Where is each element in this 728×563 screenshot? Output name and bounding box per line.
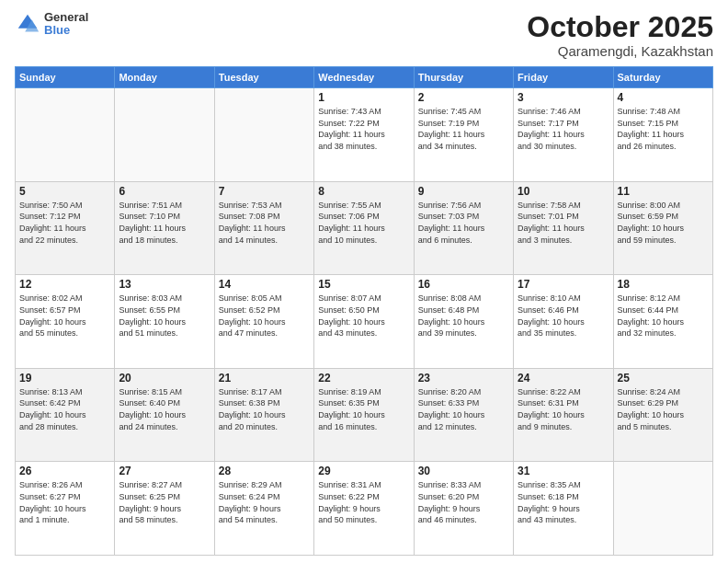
day-info: Sunrise: 8:20 AM Sunset: 6:33 PM Dayligh… — [418, 386, 509, 432]
table-row: 8Sunrise: 7:55 AM Sunset: 7:06 PM Daylig… — [314, 181, 414, 275]
day-number: 1 — [318, 91, 409, 104]
day-info: Sunrise: 7:45 AM Sunset: 7:19 PM Dayligh… — [418, 106, 509, 152]
table-row: 20Sunrise: 8:15 AM Sunset: 6:40 PM Dayli… — [115, 368, 214, 462]
table-row: 1Sunrise: 7:43 AM Sunset: 7:22 PM Daylig… — [314, 88, 414, 182]
day-info: Sunrise: 8:02 AM Sunset: 6:57 PM Dayligh… — [19, 293, 110, 339]
calendar-week-row: 12Sunrise: 8:02 AM Sunset: 6:57 PM Dayli… — [16, 275, 713, 369]
table-row: 10Sunrise: 7:58 AM Sunset: 7:01 PM Dayli… — [514, 181, 613, 275]
day-number: 10 — [518, 185, 609, 198]
day-info: Sunrise: 7:51 AM Sunset: 7:10 PM Dayligh… — [119, 200, 210, 246]
col-friday: Friday — [514, 67, 613, 88]
day-info: Sunrise: 8:15 AM Sunset: 6:40 PM Dayligh… — [119, 386, 210, 432]
location-subtitle: Qaramengdi, Kazakhstan — [527, 43, 713, 59]
day-info: Sunrise: 7:58 AM Sunset: 7:01 PM Dayligh… — [518, 200, 609, 246]
month-title: October 2025 — [527, 11, 713, 43]
table-row — [115, 88, 214, 182]
day-number: 9 — [418, 185, 509, 198]
table-row: 17Sunrise: 8:10 AM Sunset: 6:46 PM Dayli… — [514, 275, 613, 369]
table-row: 16Sunrise: 8:08 AM Sunset: 6:48 PM Dayli… — [414, 275, 513, 369]
day-info: Sunrise: 8:08 AM Sunset: 6:48 PM Dayligh… — [418, 293, 509, 339]
day-info: Sunrise: 8:31 AM Sunset: 6:22 PM Dayligh… — [318, 479, 409, 525]
day-number: 26 — [19, 465, 110, 477]
day-number: 22 — [318, 372, 409, 385]
day-info: Sunrise: 8:12 AM Sunset: 6:44 PM Dayligh… — [618, 293, 709, 339]
day-number: 2 — [418, 91, 509, 104]
calendar-week-row: 5Sunrise: 7:50 AM Sunset: 7:12 PM Daylig… — [16, 181, 713, 275]
day-number: 18 — [618, 278, 709, 291]
day-number: 29 — [318, 465, 409, 477]
day-number: 24 — [518, 372, 609, 385]
day-number: 7 — [219, 185, 310, 198]
page: General Blue October 2025 Qaramengdi, Ka… — [0, 0, 728, 563]
day-info: Sunrise: 8:29 AM Sunset: 6:24 PM Dayligh… — [219, 479, 310, 525]
table-row: 31Sunrise: 8:35 AM Sunset: 6:18 PM Dayli… — [514, 462, 613, 556]
calendar-table: Sunday Monday Tuesday Wednesday Thursday… — [15, 66, 713, 556]
day-info: Sunrise: 8:07 AM Sunset: 6:50 PM Dayligh… — [318, 293, 409, 339]
table-row: 11Sunrise: 8:00 AM Sunset: 6:59 PM Dayli… — [613, 181, 712, 275]
logo: General Blue — [15, 11, 88, 38]
calendar-week-row: 19Sunrise: 8:13 AM Sunset: 6:42 PM Dayli… — [16, 368, 713, 462]
day-info: Sunrise: 8:33 AM Sunset: 6:20 PM Dayligh… — [418, 479, 509, 525]
day-info: Sunrise: 8:19 AM Sunset: 6:35 PM Dayligh… — [318, 386, 409, 432]
logo-general: General — [44, 11, 88, 24]
table-row: 5Sunrise: 7:50 AM Sunset: 7:12 PM Daylig… — [16, 181, 115, 275]
col-tuesday: Tuesday — [214, 67, 313, 88]
day-info: Sunrise: 8:03 AM Sunset: 6:55 PM Dayligh… — [119, 293, 210, 339]
day-info: Sunrise: 8:27 AM Sunset: 6:25 PM Dayligh… — [119, 479, 210, 525]
table-row: 21Sunrise: 8:17 AM Sunset: 6:38 PM Dayli… — [214, 368, 313, 462]
table-row — [214, 88, 313, 182]
day-number: 5 — [19, 185, 110, 198]
col-saturday: Saturday — [613, 67, 712, 88]
day-number: 12 — [19, 278, 110, 291]
day-info: Sunrise: 7:56 AM Sunset: 7:03 PM Dayligh… — [418, 200, 509, 246]
day-number: 23 — [418, 372, 509, 385]
day-info: Sunrise: 7:55 AM Sunset: 7:06 PM Dayligh… — [318, 200, 409, 246]
day-info: Sunrise: 8:13 AM Sunset: 6:42 PM Dayligh… — [19, 386, 110, 432]
table-row: 7Sunrise: 7:53 AM Sunset: 7:08 PM Daylig… — [214, 181, 313, 275]
title-block: October 2025 Qaramengdi, Kazakhstan — [527, 11, 713, 59]
day-info: Sunrise: 8:26 AM Sunset: 6:27 PM Dayligh… — [19, 479, 110, 525]
day-number: 15 — [318, 278, 409, 291]
logo-icon — [15, 11, 40, 37]
day-number: 11 — [618, 185, 709, 198]
day-number: 4 — [618, 91, 709, 104]
calendar-header-row: Sunday Monday Tuesday Wednesday Thursday… — [16, 67, 713, 88]
day-info: Sunrise: 7:43 AM Sunset: 7:22 PM Dayligh… — [318, 106, 409, 152]
day-number: 14 — [219, 278, 310, 291]
day-info: Sunrise: 7:46 AM Sunset: 7:17 PM Dayligh… — [518, 106, 609, 152]
day-number: 20 — [119, 372, 210, 385]
col-thursday: Thursday — [414, 67, 513, 88]
day-number: 30 — [418, 465, 509, 477]
calendar-week-row: 26Sunrise: 8:26 AM Sunset: 6:27 PM Dayli… — [16, 462, 713, 556]
header: General Blue October 2025 Qaramengdi, Ka… — [15, 11, 713, 59]
table-row: 15Sunrise: 8:07 AM Sunset: 6:50 PM Dayli… — [314, 275, 414, 369]
table-row: 14Sunrise: 8:05 AM Sunset: 6:52 PM Dayli… — [214, 275, 313, 369]
day-number: 31 — [518, 465, 609, 477]
day-info: Sunrise: 8:00 AM Sunset: 6:59 PM Dayligh… — [618, 200, 709, 246]
day-info: Sunrise: 7:50 AM Sunset: 7:12 PM Dayligh… — [19, 200, 110, 246]
table-row: 12Sunrise: 8:02 AM Sunset: 6:57 PM Dayli… — [16, 275, 115, 369]
day-number: 27 — [119, 465, 210, 477]
table-row: 6Sunrise: 7:51 AM Sunset: 7:10 PM Daylig… — [115, 181, 214, 275]
table-row: 4Sunrise: 7:48 AM Sunset: 7:15 PM Daylig… — [613, 88, 712, 182]
day-info: Sunrise: 8:35 AM Sunset: 6:18 PM Dayligh… — [518, 479, 609, 525]
day-info: Sunrise: 7:48 AM Sunset: 7:15 PM Dayligh… — [618, 106, 709, 152]
logo-blue: Blue — [44, 24, 88, 37]
table-row: 25Sunrise: 8:24 AM Sunset: 6:29 PM Dayli… — [613, 368, 712, 462]
table-row: 27Sunrise: 8:27 AM Sunset: 6:25 PM Dayli… — [115, 462, 214, 556]
table-row — [16, 88, 115, 182]
table-row: 24Sunrise: 8:22 AM Sunset: 6:31 PM Dayli… — [514, 368, 613, 462]
table-row: 19Sunrise: 8:13 AM Sunset: 6:42 PM Dayli… — [16, 368, 115, 462]
day-info: Sunrise: 8:10 AM Sunset: 6:46 PM Dayligh… — [518, 293, 609, 339]
table-row: 22Sunrise: 8:19 AM Sunset: 6:35 PM Dayli… — [314, 368, 414, 462]
table-row: 29Sunrise: 8:31 AM Sunset: 6:22 PM Dayli… — [314, 462, 414, 556]
day-info: Sunrise: 7:53 AM Sunset: 7:08 PM Dayligh… — [219, 200, 310, 246]
col-wednesday: Wednesday — [314, 67, 414, 88]
table-row: 2Sunrise: 7:45 AM Sunset: 7:19 PM Daylig… — [414, 88, 513, 182]
calendar-week-row: 1Sunrise: 7:43 AM Sunset: 7:22 PM Daylig… — [16, 88, 713, 182]
day-info: Sunrise: 8:05 AM Sunset: 6:52 PM Dayligh… — [219, 293, 310, 339]
col-sunday: Sunday — [16, 67, 115, 88]
table-row: 3Sunrise: 7:46 AM Sunset: 7:17 PM Daylig… — [514, 88, 613, 182]
day-number: 21 — [219, 372, 310, 385]
day-info: Sunrise: 8:24 AM Sunset: 6:29 PM Dayligh… — [618, 386, 709, 432]
